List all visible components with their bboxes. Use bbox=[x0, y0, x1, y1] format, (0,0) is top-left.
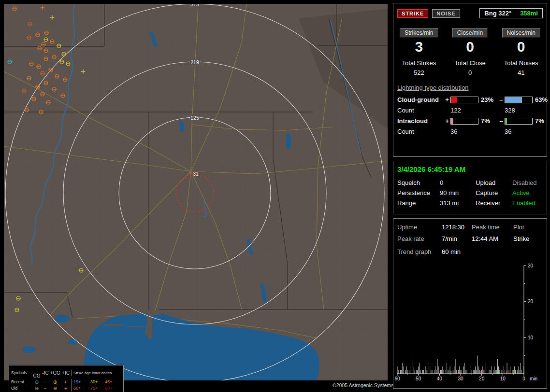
total-close-label: Total Close bbox=[445, 59, 496, 67]
lightning-map[interactable]: 31321912531 bbox=[4, 4, 388, 380]
noise-indicator[interactable]: NOISE bbox=[432, 9, 460, 18]
trend-window-value: 60 min bbox=[442, 248, 543, 255]
close-range-label: 31 bbox=[193, 171, 199, 177]
range-label: Range bbox=[397, 199, 440, 207]
peak-time-value: 12:44 AM bbox=[472, 235, 513, 242]
ic-count-label: Count bbox=[397, 128, 444, 135]
peak-rate-value: 7/min bbox=[442, 235, 472, 242]
x-tick-label: 50 bbox=[416, 376, 421, 381]
trend-ic-mark bbox=[496, 371, 497, 374]
map-canvas: 31321912531 bbox=[4, 4, 388, 380]
distribution-grid: Cloud-ground + 23% – 63% Count 122 328 I… bbox=[393, 91, 547, 135]
capture-label: Capture bbox=[476, 189, 512, 196]
strike-indicator[interactable]: STRIKE bbox=[397, 9, 428, 18]
legend-type-header: -CG bbox=[32, 366, 41, 379]
close-per-min-header: Close/min bbox=[452, 28, 488, 38]
total-close-value: 0 bbox=[445, 69, 496, 76]
copyright-text: ©2005 Astrogenic Systems bbox=[333, 382, 393, 388]
negative-sign: – bbox=[498, 117, 505, 125]
legend-age-code: 60+ bbox=[71, 385, 88, 392]
uptime-value: 1218:30 bbox=[442, 224, 472, 231]
close-per-min-value: 0 bbox=[445, 39, 496, 55]
capture-status: Active bbox=[512, 189, 543, 196]
cg-negative-percent: 63% bbox=[533, 96, 548, 103]
legend-type-header: -IC bbox=[41, 370, 50, 376]
legend-strike-symbol: − bbox=[41, 385, 50, 392]
noises-per-min-value: 0 bbox=[495, 39, 547, 55]
strikes-per-min-header: Strikes/min bbox=[400, 28, 438, 38]
legend-strike-symbol: ⊕ bbox=[50, 385, 60, 392]
y-tick-label: 30 bbox=[528, 264, 534, 268]
datetime-display: 3/4/2026 6:45:19 AM bbox=[397, 165, 543, 173]
legend-grid: Symbols-CG-IC+CG+ICStrike age color code… bbox=[11, 366, 121, 392]
negative-sign: – bbox=[498, 96, 505, 103]
persistence-value: 90 min bbox=[440, 189, 476, 196]
ic-positive-percent: 7% bbox=[478, 117, 498, 125]
session-panel: Uptime 1218:30 Peak time Plot Peak rate … bbox=[393, 218, 547, 389]
map-legend: Symbols-CG-IC+CG+ICStrike age color code… bbox=[9, 365, 124, 392]
ic-negative-percent: 7% bbox=[533, 117, 548, 125]
range-ring-label: 219 bbox=[190, 59, 199, 65]
trend-ic-mark bbox=[514, 371, 515, 374]
cg-count-label: Count bbox=[397, 107, 444, 114]
positive-sign: + bbox=[444, 96, 450, 103]
legend-age-code: 90+ bbox=[103, 385, 116, 392]
ic-positive-bar bbox=[450, 118, 478, 125]
legend-strike-symbol: − bbox=[41, 379, 50, 385]
receiver-label: Receiver bbox=[476, 199, 512, 207]
cloud-ground-label: Cloud-ground bbox=[397, 96, 444, 103]
total-strikes-value: 522 bbox=[393, 69, 445, 76]
plot-mode-value: Strike bbox=[513, 235, 543, 242]
x-tick-label: 0 bbox=[522, 376, 525, 381]
legend-strike-symbol: + bbox=[60, 379, 71, 385]
x-tick-label: 40 bbox=[437, 376, 443, 381]
total-strikes-label: Total Strikes bbox=[393, 59, 445, 67]
legend-age-code: 45+ bbox=[103, 379, 116, 385]
ic-negative-bar bbox=[505, 118, 533, 125]
uptime-label: Uptime bbox=[397, 224, 442, 231]
legend-age-header: Strike age color codes bbox=[71, 370, 116, 376]
bearing-value: Bng 322° bbox=[484, 10, 511, 17]
intracloud-label: Intracloud bbox=[397, 117, 444, 125]
settings-grid: Squelch 0 Upload Disabled Persistence 90… bbox=[393, 173, 547, 207]
x-tick-label: 60 bbox=[394, 376, 400, 381]
squelch-value: 0 bbox=[440, 179, 476, 186]
noises-per-min-header: Noises/min bbox=[502, 28, 540, 38]
bearing-range: 358mi bbox=[520, 10, 538, 17]
range-ring-label: 125 bbox=[190, 115, 199, 121]
trend-ic-mark bbox=[450, 371, 451, 374]
legend-symbols-header: Symbols bbox=[11, 370, 32, 376]
legend-type-header: +IC bbox=[60, 370, 71, 376]
cg-positive-count: 122 bbox=[450, 107, 478, 114]
legend-row-label: Old bbox=[11, 385, 32, 392]
trend-cg-mark bbox=[506, 371, 507, 374]
y-tick-label: 10 bbox=[528, 335, 534, 340]
x-tick-label: 30 bbox=[458, 376, 463, 381]
legend-strike-symbol: ⊕ bbox=[50, 379, 60, 385]
distribution-title: Lightning type distribution bbox=[397, 84, 543, 91]
plot-label: Plot bbox=[513, 224, 543, 231]
ic-negative-count: 36 bbox=[505, 128, 533, 135]
trend-cg-mark bbox=[454, 371, 455, 374]
legend-type-header: +CG bbox=[50, 370, 60, 376]
cg-positive-bar bbox=[450, 97, 478, 103]
total-noises-label: Total Noises bbox=[495, 59, 547, 67]
upload-status: Disabled bbox=[512, 179, 543, 186]
squelch-label: Squelch bbox=[397, 179, 440, 186]
session-grid: Uptime 1218:30 Peak time Plot Peak rate … bbox=[393, 219, 547, 242]
cg-positive-percent: 23% bbox=[478, 96, 498, 103]
legend-strike-symbol: + bbox=[60, 385, 71, 392]
legend-strike-symbol: ⊖ bbox=[32, 379, 41, 385]
range-ring-label: 313 bbox=[190, 4, 199, 7]
x-tick-label: 10 bbox=[500, 376, 506, 381]
legend-age-code: 15+ bbox=[71, 379, 88, 385]
trend-axes bbox=[397, 266, 524, 374]
bearing-display: Bng 322° 358mi bbox=[479, 8, 543, 18]
x-axis-unit: min bbox=[530, 376, 537, 381]
receiver-status: Enabled bbox=[512, 199, 543, 207]
x-tick-label: 20 bbox=[479, 376, 485, 381]
y-tick-label: 20 bbox=[528, 299, 534, 304]
cg-negative-count: 328 bbox=[505, 107, 533, 114]
positive-sign: + bbox=[444, 117, 450, 125]
total-noises-value: 41 bbox=[495, 69, 547, 76]
